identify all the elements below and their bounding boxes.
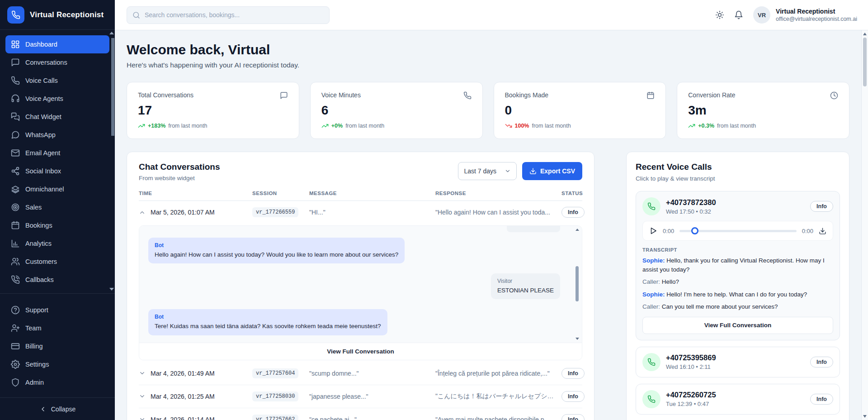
message-square-icon <box>11 58 20 67</box>
sidebar-item-label: Bookings <box>25 222 52 229</box>
sidebar-item-conversations[interactable]: Conversations <box>5 53 109 72</box>
row-time: Mar 4, 2026, 01:25 AM <box>151 393 252 400</box>
conversation-scroll-area[interactable]: Bot Hello again! How can I assist you to… <box>139 226 582 343</box>
sidebar-item-social-inbox[interactable]: Social Inbox <box>5 162 109 180</box>
sidebar-item-support[interactable]: Support <box>5 301 109 319</box>
conversation-scrollbar-thumb[interactable] <box>576 266 579 301</box>
voice-call-item[interactable]: +40737872380 Wed 17:50 • 0:32 Info 0:00 … <box>636 191 840 340</box>
sidebar-scrollbar[interactable] <box>111 38 114 136</box>
transcript-line: Sophie: Hello! I'm here to help. What ca… <box>642 290 833 299</box>
sidebar-item-dashboard[interactable]: Dashboard <box>5 35 109 53</box>
search-box[interactable] <box>127 6 330 24</box>
search-input[interactable] <box>145 11 324 19</box>
calendar-icon <box>11 221 20 230</box>
table-row[interactable]: Mar 4, 2026, 01:49 AM vr_177257604 "scum… <box>139 362 582 385</box>
theme-toggle-sun-icon[interactable] <box>715 10 724 19</box>
sidebar-item-admin[interactable]: Admin <box>5 373 109 391</box>
info-button[interactable]: Info <box>561 414 585 420</box>
scroll-down-icon[interactable] <box>863 415 867 418</box>
sidebar-item-label: Sales <box>25 204 42 211</box>
slider-knob[interactable] <box>691 227 698 234</box>
trending-up-icon <box>688 122 695 129</box>
voice-call-item[interactable]: +40725260725 Tue 12:39 • 0:47 Info <box>636 384 840 415</box>
call-meta: Wed 16:10 • 2:11 <box>666 363 805 370</box>
export-csv-label: Export CSV <box>540 167 575 175</box>
chevron-up-icon[interactable] <box>139 209 151 216</box>
info-button[interactable]: Info <box>561 391 585 402</box>
sidebar-item-team[interactable]: Team <box>5 319 109 337</box>
table-row[interactable]: Mar 5, 2026, 01:07 AM vr_177266559 "HI..… <box>139 201 582 224</box>
partial-visitor-bubble <box>507 226 560 232</box>
sidebar-item-label: Email Agent <box>25 149 60 157</box>
sidebar-item-label: Analytics <box>25 240 52 247</box>
scroll-up-icon[interactable] <box>576 229 579 231</box>
sidebar-item-label: Dashboard <box>25 41 57 48</box>
sidebar-item-whatsapp[interactable]: WhatsApp <box>5 126 109 144</box>
scroll-down-icon[interactable] <box>576 338 579 340</box>
player-current-time: 0:00 <box>663 228 674 234</box>
sidebar-item-email-agent[interactable]: Email Agent <box>5 144 109 162</box>
info-button[interactable]: Info <box>561 368 585 379</box>
session-badge: vr_177257662 <box>252 415 298 420</box>
sidebar-item-label: Team <box>25 325 41 332</box>
download-icon <box>529 167 537 175</box>
headphones-icon <box>11 94 20 103</box>
row-time: Mar 5, 2026, 01:07 AM <box>151 209 252 216</box>
row-message: "scump domne..." <box>309 370 435 377</box>
sidebar-scroll-up-icon[interactable] <box>109 32 114 34</box>
info-button[interactable]: Info <box>810 201 833 212</box>
view-full-conversation-button[interactable]: View Full Conversation <box>139 343 582 360</box>
conversation-scrollbar[interactable] <box>575 228 580 341</box>
voice-call-item[interactable]: +40725395869 Wed 16:10 • 2:11 Info <box>636 347 840 377</box>
page-scrollbar-thumb[interactable] <box>863 38 867 86</box>
messages-square-icon <box>11 112 20 121</box>
play-icon[interactable] <box>649 227 657 235</box>
seek-slider[interactable] <box>679 227 796 234</box>
download-icon[interactable] <box>819 227 826 235</box>
export-csv-button[interactable]: Export CSV <box>522 162 582 180</box>
chat-conversations-card: Chat Conversations From website widget L… <box>127 152 594 420</box>
stat-value: 17 <box>138 103 288 118</box>
stat-delta-suffix: from last month <box>717 123 756 129</box>
row-message: "HI..." <box>309 209 435 216</box>
info-button[interactable]: Info <box>810 394 833 405</box>
call-number: +40737872380 <box>666 198 805 207</box>
avatar[interactable]: VR <box>753 6 770 24</box>
view-full-conversation-button[interactable]: View Full Conversation <box>642 317 833 334</box>
sidebar-item-customers[interactable]: Customers <box>5 253 109 271</box>
chat-conversations-title: Chat Conversations <box>139 162 220 172</box>
sidebar-scroll-down-icon[interactable] <box>109 288 114 291</box>
trending-up-icon <box>138 122 145 129</box>
sidebar-item-chat-widget[interactable]: Chat Widget <box>5 108 109 126</box>
column-message: MESSAGE <box>309 191 435 196</box>
user-chip[interactable]: VR Virtual Receptionist office@virtualre… <box>753 6 857 24</box>
brand-name: Virtual Receptionist <box>30 10 104 19</box>
sidebar-item-voice-agents[interactable]: Voice Agents <box>5 90 109 108</box>
help-circle-icon <box>11 305 20 315</box>
page-scrollbar[interactable] <box>861 30 868 420</box>
info-button[interactable]: Info <box>561 207 585 218</box>
sidebar-item-omnichannel[interactable]: Omnichannel <box>5 180 109 198</box>
scroll-up-icon[interactable] <box>863 33 867 35</box>
bot-message-text: Hello again! How can I assist you today?… <box>155 251 398 259</box>
chevron-down-icon[interactable] <box>139 393 151 400</box>
sidebar-item-callbacks[interactable]: Callbacks <box>5 271 109 289</box>
notifications-bell-icon[interactable] <box>734 10 743 19</box>
sidebar-item-settings[interactable]: Settings <box>5 355 109 373</box>
sidebar-item-sales[interactable]: Sales <box>5 198 109 216</box>
sidebar-item-voice-calls[interactable]: Voice Calls <box>5 72 109 90</box>
table-row[interactable]: Mar 4, 2026, 01:14 AM vr_177257662 "ce p… <box>139 408 582 420</box>
collapse-label: Collapse <box>51 406 75 413</box>
collapse-button[interactable]: Collapse <box>0 397 115 420</box>
chevron-down-icon[interactable] <box>139 370 151 377</box>
speaker-label: Caller: <box>642 278 660 285</box>
sidebar-item-bookings[interactable]: Bookings <box>5 216 109 234</box>
table-row[interactable]: Mar 4, 2026, 01:25 AM vr_177258030 "japa… <box>139 385 582 408</box>
date-range-select[interactable]: Last 7 days <box>458 162 517 180</box>
phone-icon <box>642 390 660 408</box>
sidebar-item-billing[interactable]: Billing <box>5 337 109 355</box>
sidebar-item-analytics[interactable]: Analytics <box>5 234 109 253</box>
sidebar-item-label: Social Inbox <box>25 167 61 175</box>
chevron-down-icon[interactable] <box>139 416 151 420</box>
info-button[interactable]: Info <box>810 357 833 368</box>
